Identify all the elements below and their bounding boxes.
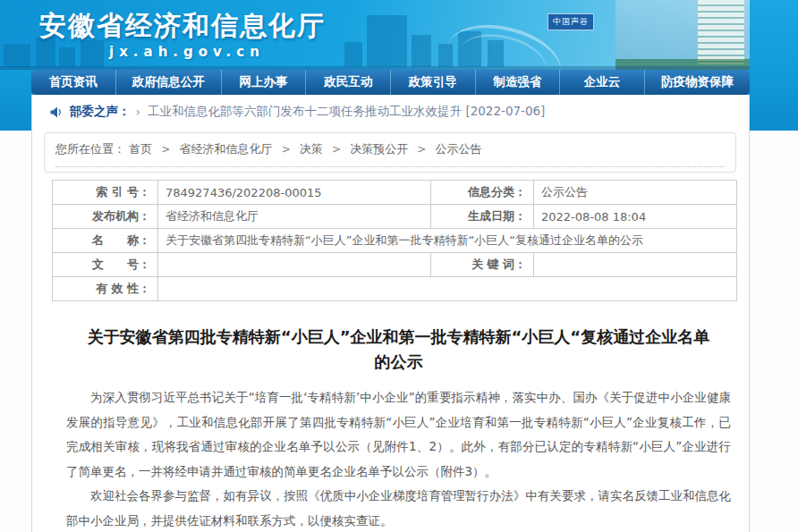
site-url: jx.ah.gov.cn (109, 44, 265, 60)
china-sound-valley-sign: 中国声谷 (548, 13, 594, 30)
doc-name-value: 关于安徽省第四批专精特新“小巨人”企业和第一批专精特新“小巨人“复核通过企业名单… (158, 229, 737, 253)
breadcrumb-item-pre-disclosure[interactable]: 决策预公开 (350, 142, 408, 156)
news-ticker: 部委之声： › 工业和信息化部等六部门发布十二项任务推动工业水效提升 [2022… (32, 95, 749, 129)
site-banner: 中国声谷 安徽省经济和信息化厅 jx.ah.gov.cn (0, 0, 750, 70)
building-shape (4, 44, 30, 67)
info-category-label: 信息分类： (431, 181, 534, 205)
dotted-divider (55, 165, 725, 167)
nav-item-policy[interactable]: 政策引导 (390, 70, 475, 95)
generated-date-label: 生成日期： (431, 205, 534, 229)
article: 关于安徽省第四批专精特新“小巨人”企业和第一批专精特新“小巨人“复核通过企业名单… (32, 325, 749, 532)
doc-number-label: 文 号： (53, 253, 158, 277)
index-number-label: 索 引 号： (53, 181, 158, 205)
index-number-value: 784927436/202208-00015 (158, 181, 431, 205)
table-row: 文 号： 关 键 词： (53, 253, 737, 277)
keyword-value (534, 253, 737, 277)
doc-name-label: 名 称： (53, 229, 158, 253)
info-category-value: 公示公告 (534, 181, 737, 205)
table-row: 名 称： 关于安徽省第四批专精特新“小巨人”企业和第一批专精特新“小巨人“复核通… (53, 229, 737, 253)
article-paragraph: 欢迎社会各界参与监督，如有异议，按照《优质中小企业梯度培育管理暂行办法》中有关要… (66, 484, 731, 532)
table-row: 有 效 性： (53, 277, 737, 301)
validity-label: 有 效 性： (53, 277, 158, 301)
breadcrumb-separator: > (332, 143, 341, 156)
ticker-label: 部委之声： (70, 104, 131, 120)
content-wrapper: 部委之声： › 工业和信息化部等六部门发布十二项任务推动工业水效提升 [2022… (31, 95, 750, 532)
document-meta-table: 索 引 号： 784927436/202208-00015 信息分类： 公示公告… (52, 180, 737, 301)
validity-value (158, 277, 737, 301)
nav-item-manufacture[interactable]: 制造强省 (475, 70, 560, 95)
breadcrumb-prefix: 您所在位置： (55, 142, 125, 156)
nav-item-epidemic[interactable]: 防疫物资保障 (644, 70, 750, 95)
breadcrumb-item-announcements[interactable]: 公示公告 (436, 142, 482, 156)
breadcrumb-separator: > (161, 143, 170, 156)
nav-item-gov-info[interactable]: 政府信息公开 (115, 70, 221, 95)
article-title: 关于安徽省第四批专精特新“小巨人”企业和第一批专精特新“小巨人“复核通过企业名单… (86, 325, 712, 375)
generated-date-value: 2022-08-08 18:04 (534, 205, 737, 229)
article-paragraph: 为深入贯彻习近平总书记关于“培育一批‘专精特新’中小企业”的重要指示精神，落实中… (66, 385, 731, 484)
breadcrumb-separator: > (417, 143, 426, 156)
city-photo (615, 0, 750, 70)
breadcrumb-separator: > (282, 143, 291, 156)
site-title: 安徽省经济和信息化厅 (39, 8, 326, 45)
speaker-icon (50, 106, 63, 118)
building-shape (344, 42, 362, 67)
ticker-headline-link[interactable]: 工业和信息化部等六部门发布十二项任务推动工业水效提升 [2022-07-06] (148, 104, 545, 120)
doc-number-value (158, 253, 431, 277)
breadcrumb-item-home[interactable]: 首页 (129, 142, 152, 156)
main-navbar: 首页资讯 政府信息公开 网上办事 政民互动 政策引导 制造强省 企业云 防疫物资… (31, 70, 750, 95)
breadcrumb-item-dept[interactable]: 省经济和信息化厅 (179, 142, 272, 156)
table-row: 发布机构： 省经济和信息化厅 生成日期： 2022-08-08 18:04 (53, 205, 737, 229)
building-shape (367, 15, 407, 67)
issuing-agency-value: 省经济和信息化厅 (158, 205, 431, 229)
nav-item-services[interactable]: 网上办事 (221, 70, 306, 95)
chevron-right-icon: › (136, 105, 141, 119)
breadcrumb: 您所在位置： 首页 > 省经济和信息化厅 > 决策 > 决策预公开 > 公示公告 (55, 141, 725, 157)
nav-item-home[interactable]: 首页资讯 (31, 70, 115, 95)
nav-item-cloud[interactable]: 企业云 (559, 70, 644, 95)
keyword-label: 关 键 词： (431, 253, 534, 277)
nav-item-interaction[interactable]: 政民互动 (305, 70, 390, 95)
breadcrumb-box: 您所在位置： 首页 > 省经济和信息化厅 > 决策 > 决策预公开 > 公示公告 (44, 132, 736, 173)
building-shape (698, 0, 744, 64)
breadcrumb-item-decision[interactable]: 决策 (300, 142, 323, 156)
table-row: 索 引 号： 784927436/202208-00015 信息分类： 公示公告 (53, 181, 737, 205)
building-shape (59, 47, 75, 67)
issuing-agency-label: 发布机构： (53, 205, 158, 229)
building-shape (412, 35, 431, 67)
